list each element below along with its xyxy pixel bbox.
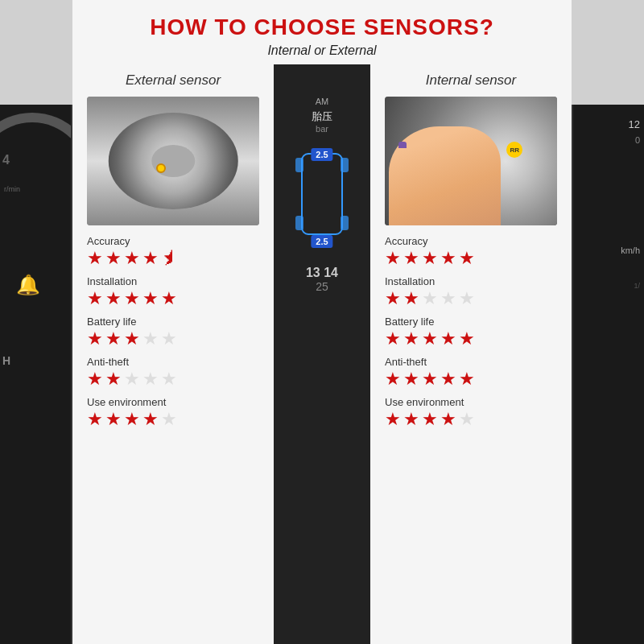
star-1: ★: [87, 290, 103, 308]
external-installation-stars: ★ ★ ★ ★ ★: [87, 290, 259, 308]
svg-rect-1: [295, 158, 303, 172]
star-3: ★: [124, 290, 140, 308]
svg-rect-3: [295, 216, 303, 230]
star-4: ★: [142, 250, 159, 267]
svg-rect-2: [341, 158, 349, 172]
external-installation-rating: Installation ★ ★ ★ ★ ★: [87, 275, 259, 308]
external-col-title: External sensor: [87, 72, 259, 89]
star-3: ★: [422, 411, 438, 428]
external-sensor-col: External sensor Accuracy ★: [72, 64, 274, 644]
star-4: ★: [142, 290, 159, 308]
star-2: ★: [105, 250, 122, 267]
internal-environment-rating: Use environment ★ ★ ★ ★ ★: [385, 396, 557, 428]
star-1: ★: [385, 290, 401, 308]
subtitle: Internal or External: [80, 43, 564, 58]
internal-accuracy-stars: ★ ★ ★ ★ ★: [385, 250, 557, 267]
middle-display-panel: AM 胎压 bar 2.5: [274, 64, 370, 644]
external-accuracy-label: Accuracy: [87, 235, 259, 247]
star-2: ★: [403, 411, 419, 428]
star-3: ★: [422, 250, 438, 267]
internal-antitheft-stars: ★ ★ ★ ★ ★: [385, 370, 557, 388]
star-1: ★: [385, 330, 401, 348]
bottom-numbers: 13 14: [306, 266, 338, 280]
external-sensor-image: [87, 97, 259, 225]
speedometer-arc: [0, 113, 71, 242]
external-antitheft-rating: Anti-theft ★ ★ ★ ★ ★: [87, 356, 259, 388]
star-5: ★: [161, 411, 177, 428]
unit-label: bar: [316, 124, 328, 134]
internal-antitheft-rating: Anti-theft ★ ★ ★ ★ ★: [385, 356, 557, 388]
star-2: ★: [403, 330, 419, 348]
star-5: ★: [459, 411, 475, 428]
star-4: ★: [440, 250, 456, 267]
star-2: ★: [403, 250, 419, 267]
star-5: ★: [161, 370, 177, 388]
main-content: HOW TO CHOOSE SENSORS? Internal or Exter…: [72, 0, 572, 644]
internal-sensor-image: RR: [385, 97, 557, 225]
rpm-label: r/min: [4, 185, 20, 193]
external-environment-rating: Use environment ★ ★ ★ ★ ★: [87, 396, 259, 428]
external-accuracy-rating: Accuracy ★ ★ ★ ★ ⯨: [87, 235, 259, 267]
star-4: ★: [440, 290, 456, 308]
bottom-num2: 25: [316, 280, 328, 293]
star-4: ★: [142, 411, 159, 428]
speed-numbers: 12 0 km/h: [621, 117, 640, 258]
svg-rect-0: [302, 154, 342, 234]
pressure-rear: 2.5: [311, 235, 332, 248]
internal-battery-rating: Battery life ★ ★ ★ ★ ★: [385, 316, 557, 348]
star-5: ★: [459, 290, 475, 308]
internal-battery-label: Battery life: [385, 316, 557, 328]
star-3: ★: [422, 370, 438, 388]
external-battery-rating: Battery life ★ ★ ★ ★ ★: [87, 316, 259, 348]
external-antitheft-label: Anti-theft: [87, 356, 259, 368]
header: HOW TO CHOOSE SENSORS? Internal or Exter…: [72, 0, 572, 64]
star-1: ★: [385, 411, 401, 428]
star-1: ★: [87, 330, 103, 348]
star-4: ★: [142, 370, 159, 388]
external-antitheft-stars: ★ ★ ★ ★ ★: [87, 370, 259, 388]
car-diagram: 2.5 2.5: [294, 142, 350, 250]
star-3: ★: [124, 250, 140, 267]
internal-installation-label: Installation: [385, 275, 557, 287]
star-4: ★: [142, 330, 159, 348]
internal-installation-rating: Installation ★ ★ ★ ★ ★: [385, 275, 557, 308]
bg-right-dashboard: 12 0 km/h 1/: [572, 105, 644, 644]
star-2: ★: [105, 411, 122, 428]
comparison-row: External sensor Accuracy ★: [72, 64, 572, 644]
internal-accuracy-label: Accuracy: [385, 235, 557, 247]
star-4: ★: [440, 411, 456, 428]
internal-installation-stars: ★ ★ ★ ★ ★: [385, 290, 557, 308]
star-3: ★: [124, 411, 140, 428]
star-3: ★: [124, 330, 140, 348]
external-environment-stars: ★ ★ ★ ★ ★: [87, 411, 259, 428]
star-3: ★: [422, 290, 438, 308]
small-dash-label: 1/: [634, 282, 640, 290]
star-1: ★: [87, 370, 103, 388]
pressure-front: 2.5: [311, 148, 332, 161]
bell-icon: 🔔: [16, 274, 40, 296]
tyre-chars: 胎压: [312, 109, 332, 124]
star-4: ★: [440, 330, 456, 348]
star-1: ★: [385, 250, 401, 267]
page-wrapper: r/min 4 🔔 H 12 0 km/h 1/ HOW TO CHOOSE S…: [0, 0, 644, 644]
internal-antitheft-label: Anti-theft: [385, 356, 557, 368]
star-2: ★: [105, 370, 122, 388]
internal-sensor-col: Internal sensor RR: [370, 64, 572, 644]
star-5: ★: [459, 330, 475, 348]
bg-left-dashboard: r/min 4 🔔 H: [0, 105, 72, 644]
star-1: ★: [87, 250, 103, 267]
star-1: ★: [385, 370, 401, 388]
internal-accuracy-rating: Accuracy ★ ★ ★ ★ ★: [385, 235, 557, 267]
star-2: ★: [105, 330, 122, 348]
star-2: ★: [403, 370, 419, 388]
star-5: ⯨: [161, 250, 179, 267]
external-environment-label: Use environment: [87, 396, 259, 408]
star-5: ★: [459, 370, 475, 388]
star-4: ★: [440, 370, 456, 388]
external-installation-label: Installation: [87, 275, 259, 287]
star-2: ★: [403, 290, 419, 308]
star-5: ★: [161, 330, 177, 348]
display-time: AM: [316, 97, 329, 106]
main-title: HOW TO CHOOSE SENSORS?: [80, 14, 564, 40]
external-battery-stars: ★ ★ ★ ★ ★: [87, 330, 259, 348]
